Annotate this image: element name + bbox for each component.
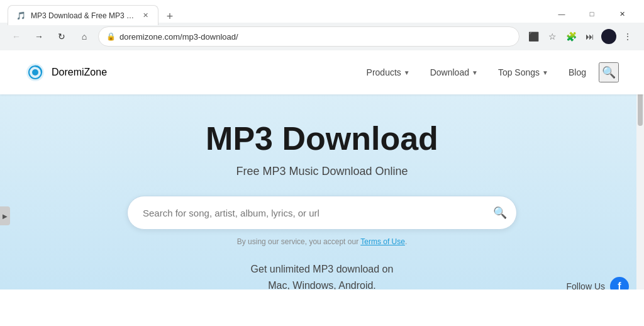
promo-line1: Get unlimited MP3 download on (251, 264, 394, 274)
address-bar[interactable]: 🔒 doremizone.com/mp3-download/ (98, 26, 519, 47)
nav-blog-label: Blog (569, 67, 586, 77)
products-chevron-icon: ▼ (404, 69, 410, 76)
minimize-button[interactable]: ― (547, 5, 576, 23)
tab-close-button[interactable]: ✕ (140, 11, 150, 21)
nav-download-label: Download (430, 67, 469, 77)
logo-icon (25, 62, 45, 82)
promo-text: Get unlimited MP3 download on Mac, Windo… (251, 261, 394, 289)
terms-prefix: By using our service, you accept our (237, 237, 361, 246)
terms-link[interactable]: Terms of Use (360, 237, 405, 246)
cast-button[interactable]: ⬛ (525, 28, 542, 45)
sidebar-arrow-button[interactable]: ▶ (0, 206, 10, 225)
hero-title: MP3 Download (206, 120, 438, 157)
search-submit-button[interactable]: 🔍 (493, 206, 507, 220)
terms-text: By using our service, you accept our Ter… (237, 237, 408, 246)
browser-chrome: 🎵 MP3 Download & Free MP3 Mu... ✕ + ― □ … (0, 0, 644, 50)
search-submit-icon: 🔍 (493, 206, 507, 219)
hero-section: MP3 Download Free MP3 Music Download Onl… (0, 94, 644, 289)
window-controls: ― □ ✕ (547, 5, 636, 23)
site-nav: DoremiZone Products ▼ Download ▼ Top Son… (0, 50, 644, 94)
active-tab[interactable]: 🎵 MP3 Download & Free MP3 Mu... ✕ (8, 5, 158, 25)
hero-subtitle: Free MP3 Music Download Online (236, 165, 408, 178)
svg-point-2 (32, 69, 38, 76)
toolbar-icons: ⬛ ☆ 🧩 ⏭ ⋮ (525, 28, 636, 45)
extensions-button[interactable]: 🧩 (562, 28, 580, 45)
nav-download[interactable]: Download ▼ (423, 62, 486, 82)
follow-us-section: Follow Us f (567, 277, 629, 289)
top-songs-chevron-icon: ▼ (542, 69, 548, 76)
home-button[interactable]: ⌂ (75, 28, 93, 45)
url-text: doremizone.com/mp3-download/ (119, 32, 511, 42)
back-button[interactable]: ← (8, 28, 25, 45)
search-icon: 🔍 (602, 65, 616, 79)
nav-links: Products ▼ Download ▼ Top Songs ▼ Blog 🔍 (359, 62, 619, 82)
search-input[interactable] (127, 196, 517, 230)
nav-top-songs[interactable]: Top Songs ▼ (491, 62, 556, 82)
title-bar: 🎵 MP3 Download & Free MP3 Mu... ✕ + ― □ … (0, 0, 644, 23)
profile-avatar (601, 29, 616, 44)
logo-text: DoremiZone (52, 67, 107, 78)
promo-line2: Mac, Windows, Android. (268, 280, 376, 289)
nav-search-button[interactable]: 🔍 (599, 62, 619, 82)
facebook-button[interactable]: f (610, 277, 629, 289)
close-button[interactable]: ✕ (608, 5, 636, 23)
bookmark-button[interactable]: ☆ (543, 28, 561, 45)
tab-favicon: 🎵 (16, 11, 26, 21)
nav-blog[interactable]: Blog (561, 62, 594, 82)
terms-end: . (405, 237, 407, 246)
nav-top-songs-label: Top Songs (498, 67, 540, 77)
nav-products-label: Products (367, 67, 401, 77)
media-icon: ⏭ (586, 31, 594, 42)
website-content: ▶ DoremiZone Products ▼ Download ▼ Top S… (0, 50, 644, 289)
forward-button[interactable]: → (30, 28, 48, 45)
media-control-button[interactable]: ⏭ (581, 28, 599, 45)
search-bar-wrapper: 🔍 (127, 196, 517, 230)
nav-products[interactable]: Products ▼ (359, 62, 418, 82)
reload-button[interactable]: ↻ (53, 28, 70, 45)
profile-button[interactable] (600, 28, 618, 45)
address-bar-row: ← → ↻ ⌂ 🔒 doremizone.com/mp3-download/ ⬛… (0, 23, 644, 50)
menu-button[interactable]: ⋮ (619, 28, 636, 45)
security-lock-icon: 🔒 (106, 32, 116, 41)
site-logo[interactable]: DoremiZone (25, 62, 107, 82)
tab-title: MP3 Download & Free MP3 Mu... (31, 11, 135, 20)
follow-us-label: Follow Us (567, 281, 605, 289)
new-tab-button[interactable]: + (161, 8, 179, 25)
maximize-button[interactable]: □ (577, 5, 606, 23)
download-chevron-icon: ▼ (472, 69, 478, 76)
